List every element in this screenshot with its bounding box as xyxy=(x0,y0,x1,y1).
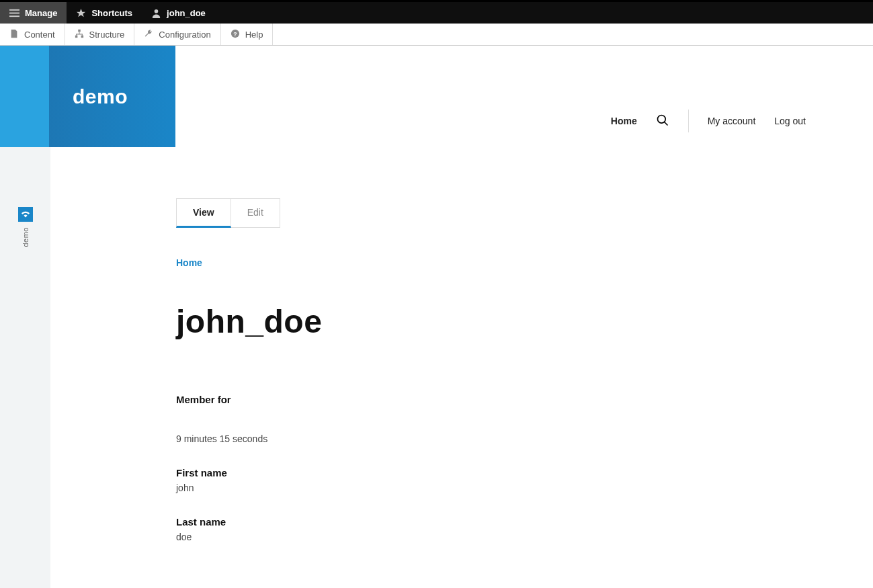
left-rail-tab[interactable]: demo xyxy=(18,207,33,588)
site-nav: Home My account Log out xyxy=(611,110,806,132)
svg-rect-7 xyxy=(81,35,83,38)
page-title: john_doe xyxy=(176,303,806,340)
user-tabs: View Edit xyxy=(176,198,280,228)
wrench-icon xyxy=(144,29,153,40)
svg-line-11 xyxy=(664,122,667,125)
manage-label: Manage xyxy=(25,8,57,18)
first-name-value: john xyxy=(176,482,806,493)
breadcrumb-home[interactable]: Home xyxy=(176,257,806,268)
wifi-icon xyxy=(18,207,33,222)
last-name-label: Last name xyxy=(176,516,806,528)
svg-text:?: ? xyxy=(233,30,237,37)
structure-label: Structure xyxy=(89,30,125,40)
brand-label: demo xyxy=(73,85,128,108)
nav-my-account[interactable]: My account xyxy=(708,116,756,126)
hamburger-icon xyxy=(9,8,19,18)
tab-view[interactable]: View xyxy=(176,198,231,228)
last-name-value: doe xyxy=(176,532,806,542)
svg-point-10 xyxy=(657,115,665,123)
member-for-label: Member for xyxy=(176,394,806,405)
svg-rect-1 xyxy=(9,12,19,13)
page-body: demo demo Home My account Log out View E… xyxy=(0,46,873,588)
admin-subtoolbar: Content Structure Configuration ? Help xyxy=(0,24,873,46)
svg-rect-2 xyxy=(9,15,19,17)
sitemap-icon xyxy=(75,29,84,40)
nav-home[interactable]: Home xyxy=(611,116,637,126)
tab-edit[interactable]: Edit xyxy=(231,198,280,228)
svg-marker-3 xyxy=(77,8,85,16)
star-icon xyxy=(76,8,86,18)
page-icon xyxy=(9,29,19,40)
content-area: demo Home My account Log out View Edit H… xyxy=(50,46,873,588)
search-icon[interactable] xyxy=(656,114,669,129)
help-icon: ? xyxy=(231,29,240,40)
member-for-value: 9 minutes 15 seconds xyxy=(176,433,806,444)
shortcuts-menu[interactable]: Shortcuts xyxy=(67,2,142,24)
main-block: Home john_doe Member for 9 minutes 15 se… xyxy=(176,257,806,542)
field-member-for: Member for 9 minutes 15 seconds xyxy=(176,394,806,444)
field-last-name: Last name doe xyxy=(176,516,806,542)
content-link[interactable]: Content xyxy=(0,24,65,45)
help-link[interactable]: ? Help xyxy=(221,24,274,45)
configuration-label: Configuration xyxy=(159,30,210,40)
brand-box[interactable]: demo xyxy=(0,46,175,147)
structure-link[interactable]: Structure xyxy=(65,24,135,45)
help-label: Help xyxy=(245,30,263,40)
first-name-label: First name xyxy=(176,467,806,478)
nav-log-out[interactable]: Log out xyxy=(774,116,806,126)
nav-divider xyxy=(688,110,689,132)
field-first-name: First name john xyxy=(176,467,806,493)
content-label: Content xyxy=(24,30,55,40)
user-menu[interactable]: john_doe xyxy=(142,2,215,24)
svg-rect-6 xyxy=(75,35,77,38)
configuration-link[interactable]: Configuration xyxy=(134,24,220,45)
admin-toolbar: Manage Shortcuts john_doe xyxy=(0,0,873,24)
shortcuts-label: Shortcuts xyxy=(91,8,132,18)
manage-menu[interactable]: Manage xyxy=(0,2,67,24)
svg-rect-0 xyxy=(9,9,19,10)
svg-point-4 xyxy=(155,9,159,13)
svg-rect-5 xyxy=(78,29,81,32)
user-label: john_doe xyxy=(167,8,206,18)
left-rail-label: demo xyxy=(22,227,30,247)
person-icon xyxy=(151,8,161,18)
